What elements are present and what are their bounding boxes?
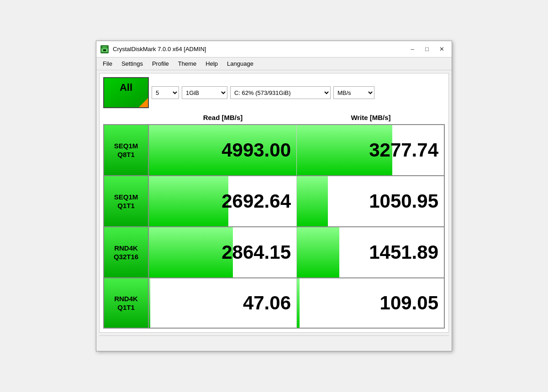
svg-rect-2 bbox=[102, 46, 107, 48]
write-cell-0: 3277.74 bbox=[297, 125, 445, 175]
read-value-1: 2692.64 bbox=[221, 190, 291, 212]
write-bar-1 bbox=[297, 176, 328, 226]
title-bar: CrystalDiskMark 7.0.0 x64 [ADMIN] – □ ✕ bbox=[96, 41, 452, 57]
read-bar-3 bbox=[149, 278, 150, 328]
all-button[interactable]: All bbox=[103, 77, 149, 108]
read-cell-2: 2864.15 bbox=[149, 227, 297, 277]
row-label-2: RND4KQ32T16 bbox=[103, 227, 149, 277]
menu-help[interactable]: Help bbox=[201, 58, 222, 69]
main-content: All 5 1GiB C: 62% (573/931GiB) MB/s Read… bbox=[99, 73, 449, 333]
data-row: SEQ1MQ8T1 4993.00 3277.74 bbox=[103, 124, 445, 175]
menu-bar: File Settings Profile Theme Help Languag… bbox=[96, 57, 452, 70]
app-window: CrystalDiskMark 7.0.0 x64 [ADMIN] – □ ✕ … bbox=[96, 41, 452, 351]
size-select[interactable]: 1GiB bbox=[182, 86, 227, 99]
maximize-button[interactable]: □ bbox=[421, 45, 433, 54]
svg-rect-3 bbox=[103, 49, 106, 51]
write-cell-2: 1451.89 bbox=[297, 227, 445, 277]
headers-row: Read [MB/s] Write [MB/s] bbox=[103, 112, 445, 123]
read-cell-3: 47.06 bbox=[149, 278, 297, 328]
data-row: RND4KQ32T16 2864.15 1451.89 bbox=[103, 226, 445, 277]
row-label-3: RND4KQ1T1 bbox=[103, 278, 149, 328]
data-row: RND4KQ1T1 47.06 109.05 bbox=[103, 277, 445, 329]
row-label-1: SEQ1MQ1T1 bbox=[103, 176, 149, 226]
runs-select[interactable]: 5 bbox=[152, 86, 179, 99]
write-bar-2 bbox=[297, 227, 339, 277]
write-value-3: 109.05 bbox=[380, 292, 438, 314]
title-bar-left: CrystalDiskMark 7.0.0 x64 [ADMIN] bbox=[100, 45, 206, 54]
read-cell-0: 4993.00 bbox=[149, 125, 297, 175]
row-label-0: SEQ1MQ8T1 bbox=[103, 125, 149, 175]
menu-language[interactable]: Language bbox=[222, 58, 258, 69]
menu-settings[interactable]: Settings bbox=[117, 58, 148, 69]
write-value-0: 3277.74 bbox=[369, 139, 438, 161]
write-header: Write [MB/s] bbox=[297, 112, 445, 123]
menu-theme[interactable]: Theme bbox=[174, 58, 201, 69]
unit-select[interactable]: MB/s bbox=[333, 86, 374, 99]
read-value-2: 2864.15 bbox=[221, 241, 291, 263]
read-header: Read [MB/s] bbox=[149, 112, 297, 123]
read-value-0: 4993.00 bbox=[221, 139, 291, 161]
write-value-1: 1050.95 bbox=[369, 190, 438, 212]
results-table: SEQ1MQ8T1 4993.00 3277.74 SEQ1MQ1T1 2692… bbox=[103, 124, 445, 329]
controls-row: All 5 1GiB C: 62% (573/931GiB) MB/s bbox=[103, 77, 445, 108]
app-icon bbox=[100, 45, 109, 54]
read-bar-2 bbox=[149, 227, 233, 277]
data-row: SEQ1MQ1T1 2692.64 1050.95 bbox=[103, 175, 445, 226]
drive-select[interactable]: C: 62% (573/931GiB) bbox=[230, 86, 331, 99]
minimize-button[interactable]: – bbox=[406, 45, 419, 54]
window-controls: – □ ✕ bbox=[406, 45, 448, 54]
read-cell-1: 2692.64 bbox=[149, 176, 297, 226]
write-cell-3: 109.05 bbox=[297, 278, 445, 328]
write-cell-1: 1050.95 bbox=[297, 176, 445, 226]
close-button[interactable]: ✕ bbox=[435, 45, 448, 54]
menu-profile[interactable]: Profile bbox=[148, 58, 174, 69]
write-bar-3 bbox=[297, 278, 300, 328]
read-value-3: 47.06 bbox=[243, 292, 291, 314]
status-bar bbox=[99, 335, 449, 348]
write-value-2: 1451.89 bbox=[369, 241, 438, 263]
read-bar-1 bbox=[149, 176, 228, 226]
menu-file[interactable]: File bbox=[98, 58, 117, 69]
header-spacer bbox=[103, 112, 149, 123]
window-title: CrystalDiskMark 7.0.0 x64 [ADMIN] bbox=[113, 46, 206, 52]
